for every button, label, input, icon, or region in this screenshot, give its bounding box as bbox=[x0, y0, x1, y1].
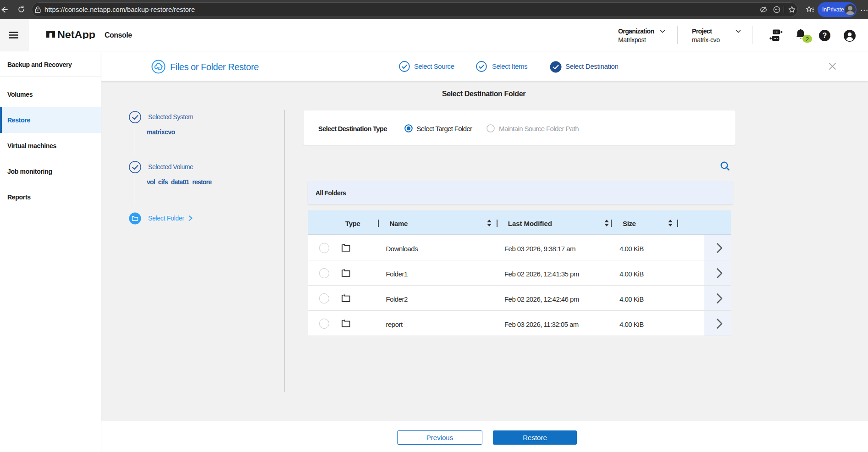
svg-text:?: ? bbox=[823, 32, 827, 39]
svg-text:NetApp: NetApp bbox=[57, 31, 95, 39]
